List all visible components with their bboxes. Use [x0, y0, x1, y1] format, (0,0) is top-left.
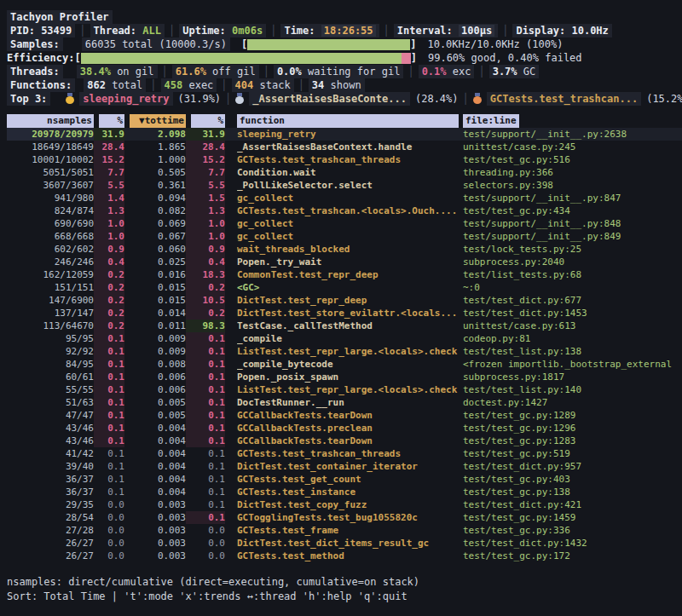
cell-tottime: 0.005	[124, 409, 186, 422]
table-row[interactable]: 113/646700.20.01198.3TestCase._callTestM…	[7, 320, 682, 332]
column-header-cum-pct[interactable]: %	[186, 114, 225, 128]
cell-nsamples: 10001/10002	[7, 153, 94, 166]
cell-cum-pct: 0.1	[186, 486, 225, 498]
cell-function: Condition.wait	[237, 166, 459, 179]
table-row[interactable]: 147/69000.20.01510.5DictTest.test_repr_d…	[7, 294, 682, 307]
table-row[interactable]: 18649/1864928.41.86528.4_AssertRaisesBas…	[7, 141, 682, 153]
table-row[interactable]: 36/370.10.0040.1GCTests.test_instancetes…	[7, 486, 682, 498]
status-item-value: 100µs	[459, 25, 494, 37]
cell-tottime: 0.004	[124, 435, 186, 447]
table-row[interactable]: 151/1510.20.0150.2<GC>~:0	[7, 281, 682, 294]
table-row[interactable]: 26/270.00.0030.0GCTests.test_methodtest/…	[7, 550, 682, 562]
cell-tottime: 1.000	[124, 153, 186, 166]
top3-function-name: sleeping_retry	[79, 92, 172, 106]
table-row[interactable]: 29/350.00.0030.1DictTest.test_copy_fuzzt…	[7, 498, 682, 511]
cell-file-line: test/test_gc.py:1289	[459, 409, 682, 422]
table-row[interactable]: 28/540.00.0030.1GCTogglingTests.test_bug…	[7, 511, 682, 524]
cell-tottime: 0.009	[124, 332, 186, 345]
column-gap	[225, 537, 237, 550]
status-item-thread: Thread: ALL	[90, 24, 165, 37]
top3-percent: (31.9%)	[178, 92, 222, 106]
status-item-label: Uptime:	[182, 25, 226, 37]
table-row[interactable]: 3607/36075.50.3615.5_PollLikeSelector.se…	[7, 179, 682, 192]
column-gap	[225, 128, 237, 141]
cell-function: DictTest.test_dict_items_result_gc	[237, 537, 459, 550]
table-row[interactable]: 55/550.10.0060.1ListTest.test_repr_large…	[7, 383, 682, 396]
cell-file-line: test/support/__init__.py:848	[459, 217, 682, 230]
table-row[interactable]: 43/460.10.0040.1GCCallbackTests.tearDown…	[7, 435, 682, 447]
table-row[interactable]: 43/460.10.0040.1GCCallbackTests.preclean…	[7, 422, 682, 435]
cell-nsamples: 60/61	[7, 371, 94, 383]
column-header-file-line[interactable]: file:line	[459, 114, 682, 128]
cell-function: GCTests.test_get_count	[237, 473, 459, 486]
cell-direct-pct: 0.1	[94, 486, 124, 498]
cell-file-line: subprocess.py:2040	[459, 256, 682, 268]
cell-cum-pct: 10.5	[186, 294, 225, 307]
cell-direct-pct: 0.1	[94, 435, 124, 447]
cell-nsamples: 151/151	[7, 281, 94, 294]
table-row[interactable]: 95/950.10.0090.1_compilecodeop.py:81	[7, 332, 682, 345]
cell-tottime: 0.003	[124, 498, 186, 511]
table-row[interactable]: 41/420.10.0040.1GCTests.test_trashcan_th…	[7, 447, 682, 460]
separator: │	[502, 24, 508, 37]
cell-file-line: test/test_gc.py:1459	[459, 511, 682, 524]
column-header-function[interactable]: function	[237, 114, 459, 128]
segment-value: 34	[312, 79, 324, 91]
column-gap	[225, 230, 237, 243]
cell-file-line: test/test_gc.py:1283	[459, 435, 682, 447]
table-row[interactable]: 602/6020.90.0600.9wait_threads_blockedte…	[7, 243, 682, 256]
table-row[interactable]: 137/1470.20.0140.2DictTest.test_store_ev…	[7, 307, 682, 320]
cell-direct-pct: 1.0	[94, 230, 124, 243]
table-row[interactable]: 668/6681.00.0671.0gc_collecttest/support…	[7, 230, 682, 243]
segment-value: 0.0%	[277, 66, 302, 78]
cell-tottime: 0.082	[124, 204, 186, 217]
cell-tottime: 0.067	[124, 230, 186, 243]
table-row[interactable]: 690/6901.00.0691.0gc_collecttest/support…	[7, 217, 682, 230]
segment-suffix: exec	[182, 79, 213, 91]
cell-function: Popen._try_wait	[237, 256, 459, 268]
cell-tottime: 0.361	[124, 179, 186, 192]
segment-value: 38.4%	[80, 66, 111, 78]
table-row[interactable]: 47/470.10.0050.1GCCallbackTests.tearDown…	[7, 409, 682, 422]
cell-direct-pct: 0.0	[94, 537, 124, 550]
cell-function: _compile	[237, 332, 459, 345]
cell-nsamples: 43/46	[7, 435, 94, 447]
column-header-direct-pct[interactable]: %	[94, 114, 124, 128]
cell-tottime: 0.006	[124, 371, 186, 383]
functions-segment: 862 total	[84, 78, 146, 92]
table-row[interactable]: 5051/50517.70.5057.7Condition.waitthread…	[7, 166, 682, 179]
table-row[interactable]: 27/280.00.0030.0GCTests.test_frametest/t…	[7, 524, 682, 537]
table-row[interactable]: 39/400.10.0040.1DictTest.test_container_…	[7, 460, 682, 473]
table-row[interactable]: 941/9801.40.0941.5gc_collecttest/support…	[7, 192, 682, 204]
cell-cum-pct: 1.5	[186, 192, 225, 204]
table-row[interactable]: 20978/2097931.92.09831.9sleeping_retryte…	[7, 128, 682, 141]
cell-direct-pct: 0.4	[94, 256, 124, 268]
table-row[interactable]: 26/270.00.0030.0DictTest.test_dict_items…	[7, 537, 682, 550]
cell-nsamples: 29/35	[7, 498, 94, 511]
table-row[interactable]: 246/2460.40.0250.4Popen._try_waitsubproc…	[7, 256, 682, 268]
table-row[interactable]: 60/610.10.0060.1Popen._posix_spawnsubpro…	[7, 371, 682, 383]
table-row[interactable]: 36/370.10.0040.1GCTests.test_get_countte…	[7, 473, 682, 486]
cell-nsamples: 26/27	[7, 537, 94, 550]
separator: │	[263, 65, 269, 78]
top3-function-name: _AssertRaisesBaseConte...	[249, 92, 410, 106]
table-row[interactable]: 10001/1000215.21.00015.2GCTests.test_tra…	[7, 153, 682, 166]
table-row[interactable]: 824/8741.30.0821.3GCTests.test_trashcan.…	[7, 204, 682, 217]
cell-direct-pct: 0.1	[94, 345, 124, 358]
cell-cum-pct: 0.1	[186, 371, 225, 383]
table-row[interactable]: 84/950.10.0080.1_compile_bytecode<frozen…	[7, 358, 682, 371]
column-header-tottime[interactable]: ▼tottime	[124, 114, 186, 128]
table-row[interactable]: 92/920.10.0090.1ListTest.test_repr_large…	[7, 345, 682, 358]
column-gap	[225, 422, 237, 435]
table-row[interactable]: 162/120590.20.01618.3CommonTest.test_rep…	[7, 268, 682, 281]
cell-nsamples: 39/40	[7, 460, 94, 473]
table-row[interactable]: 51/630.10.0050.1DocTestRunner.__rundocte…	[7, 396, 682, 409]
threads-segment: 61.6% off gil	[172, 65, 259, 78]
cell-function: TestCase._callTestMethod	[237, 320, 459, 332]
column-header-nsamples[interactable]: nsamples	[7, 114, 94, 128]
cell-cum-pct: 0.4	[186, 256, 225, 268]
cell-cum-pct: 0.1	[186, 409, 225, 422]
cell-file-line: test/test_gc.py:516	[459, 153, 682, 166]
samples-rate: 10.0KHz/10.0KHz (100%)	[427, 37, 563, 51]
cell-function: sleeping_retry	[237, 128, 459, 141]
